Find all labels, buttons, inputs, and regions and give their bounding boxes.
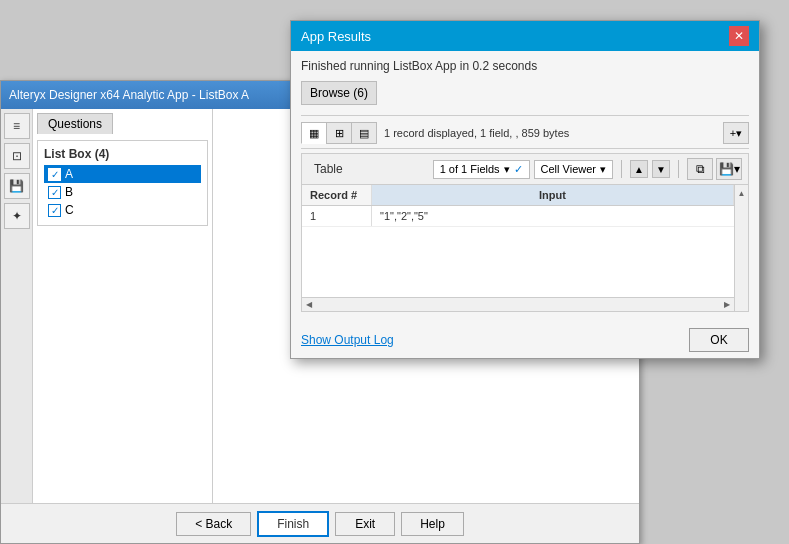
separator-2	[678, 160, 679, 178]
dialog-titlebar: App Results ✕	[291, 21, 759, 51]
save-button[interactable]: 💾▾	[716, 158, 742, 180]
checkbox-c[interactable]: ✓	[48, 204, 61, 217]
ok-button[interactable]: OK	[689, 328, 749, 352]
col-header-record: Record #	[302, 185, 372, 205]
show-log-link[interactable]: Show Output Log	[301, 333, 394, 347]
report-view-btn[interactable]: ▤	[351, 122, 377, 144]
sort-desc-btn[interactable]: ▼	[652, 160, 670, 178]
table-tab: Table	[308, 160, 349, 178]
empty-rows	[302, 227, 734, 297]
sidebar-icon-4[interactable]: ✦	[4, 203, 30, 229]
scroll-up-arrow[interactable]: ▲	[736, 187, 748, 200]
dialog-footer: Show Output Log OK	[291, 320, 759, 358]
table-data: Record # Input 1 "1","2","5" ◀	[302, 185, 734, 311]
copy-button[interactable]: ⧉	[687, 158, 713, 180]
table-section: Table 1 of 1 Fields ▾ ✓ Cell Viewer ▾ ▲ …	[301, 153, 749, 312]
viewer-selector[interactable]: Cell Viewer ▾	[534, 160, 613, 179]
fields-dropdown-icon: ▾	[504, 163, 510, 176]
view-toolbar: ▦ ⊞ ▤ 1 record displayed, 1 field, , 859…	[301, 122, 749, 149]
item-label-a: A	[65, 167, 73, 181]
back-button[interactable]: < Back	[176, 512, 251, 536]
fields-check-icon: ✓	[514, 163, 523, 176]
help-button[interactable]: Help	[401, 512, 464, 536]
record-info: 1 record displayed, 1 field, , 859 bytes	[384, 127, 723, 139]
questions-tab[interactable]: Questions	[37, 113, 113, 134]
table-content: Record # Input 1 "1","2","5" ◀	[302, 185, 748, 311]
checkbox-b[interactable]: ✓	[48, 186, 61, 199]
scroll-left-arrow[interactable]: ◀	[302, 300, 316, 309]
table-header-row: Record # Input	[302, 185, 734, 206]
fields-label: 1 of 1 Fields	[440, 163, 500, 175]
table-scroll-h[interactable]: ◀ ▶	[302, 297, 734, 311]
table-scroll-v[interactable]: ▲	[734, 185, 748, 311]
listbox-item-a[interactable]: ✓ A	[44, 165, 201, 183]
table-view-btn[interactable]: ▦	[301, 122, 327, 144]
scroll-right-arrow[interactable]: ▶	[720, 300, 734, 309]
sidebar-icon-3[interactable]: 💾	[4, 173, 30, 199]
separator-1	[621, 160, 622, 178]
app-results-dialog: App Results ✕ Finished running ListBox A…	[290, 20, 760, 359]
viewer-label: Cell Viewer	[541, 163, 596, 175]
dialog-close-button[interactable]: ✕	[729, 26, 749, 46]
listbox-item-c[interactable]: ✓ C	[44, 201, 201, 219]
fields-selector[interactable]: 1 of 1 Fields ▾ ✓	[433, 160, 530, 179]
sort-asc-btn[interactable]: ▲	[630, 160, 648, 178]
item-label-b: B	[65, 185, 73, 199]
browse-bar[interactable]: Browse (6)	[301, 81, 377, 105]
designer-title: Alteryx Designer x64 Analytic App - List…	[9, 88, 249, 102]
listbox-label: List Box (4)	[44, 147, 201, 161]
listbox-item-b[interactable]: ✓ B	[44, 183, 201, 201]
questions-panel: Questions List Box (4) ✓ A ✓ B ✓ C	[33, 109, 213, 503]
add-button[interactable]: +▾	[723, 122, 749, 144]
exit-button[interactable]: Exit	[335, 512, 395, 536]
sidebar-icon-1[interactable]: ≡	[4, 113, 30, 139]
checkbox-a[interactable]: ✓	[48, 168, 61, 181]
cell-value-1: "1","2","5"	[372, 206, 734, 226]
table-row: 1 "1","2","5"	[302, 206, 734, 227]
cell-record-1: 1	[302, 206, 372, 226]
cross-tab-btn[interactable]: ⊞	[326, 122, 352, 144]
viewer-dropdown-icon: ▾	[600, 163, 606, 176]
col-header-input: Input	[372, 185, 734, 205]
dialog-body: Finished running ListBox App in 0.2 seco…	[291, 51, 759, 320]
sidebar-icons: ≡ ⊡ 💾 ✦	[1, 109, 33, 503]
dialog-status: Finished running ListBox App in 0.2 seco…	[301, 59, 749, 73]
item-label-c: C	[65, 203, 74, 217]
table-toolbar: Table 1 of 1 Fields ▾ ✓ Cell Viewer ▾ ▲ …	[302, 154, 748, 185]
sidebar-icon-2[interactable]: ⊡	[4, 143, 30, 169]
dialog-title: App Results	[301, 29, 371, 44]
bottom-toolbar: < Back Finish Exit Help	[1, 503, 639, 543]
finish-button[interactable]: Finish	[257, 511, 329, 537]
